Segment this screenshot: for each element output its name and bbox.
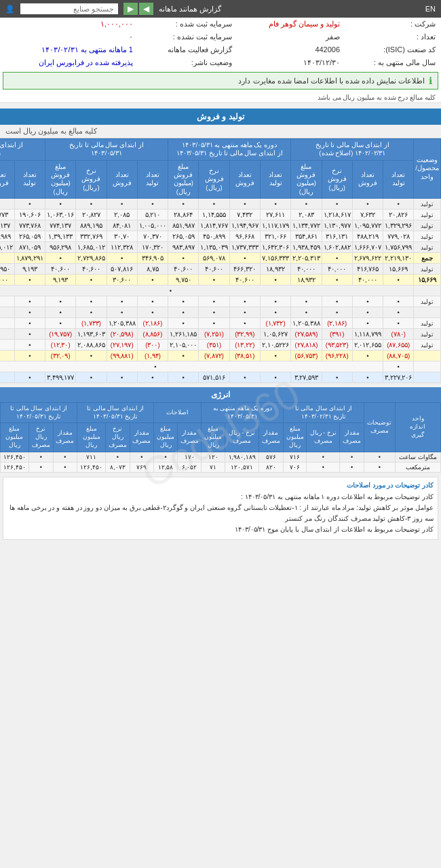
prod3: ۵,۲۱۰: [137, 210, 168, 220]
energy-section-header: انرژی: [0, 387, 441, 402]
cell: •: [168, 307, 199, 318]
cell: •: [14, 329, 45, 340]
cell: •: [229, 296, 260, 307]
nav-arrows[interactable]: ◀ ▶: [123, 3, 153, 15]
cell: (۳۲,۹۹): [229, 329, 260, 340]
val: •: [0, 372, 14, 383]
status-cell: تولید: [414, 329, 441, 340]
status-cell: تولید: [414, 296, 441, 307]
info-banner: ℹ اطلاعات نمایش داده شده با اطلاعات امضا…: [3, 72, 438, 90]
val: ۳,۴۹۹,۱۷۷: [45, 372, 75, 383]
capital-label: سرمایه ثبت شده :: [138, 18, 237, 31]
table-row: •: [0, 285, 441, 296]
prod3: ۱,۰۰۵,۰۰۰: [137, 220, 168, 231]
subtotal-val: •: [107, 253, 137, 264]
subtotal-val: •: [168, 253, 199, 264]
cell: ۱,۲۶۱,۱۸۵: [168, 329, 199, 340]
cell: (۱۹,۷۵۷): [45, 329, 75, 340]
sp3: ۱,۶۸۵,۰۱۲: [76, 242, 107, 253]
cell: •: [199, 296, 229, 307]
prod4: •: [14, 199, 45, 210]
desc-cell: •: [364, 462, 395, 472]
cell: ۱,۲۰۵,۳۸۸: [107, 318, 137, 329]
report-label: گزارش همانند ماهانه: [159, 5, 221, 14]
energy-table: واحداندازهگیری توضیحاتمصرف از ابتدای سال…: [0, 402, 441, 472]
fy-group-header: از ابتدای سال مالی تاتاریخ ۱۴۰۳/۰۵/۳۱: [77, 403, 154, 423]
fy-price-hdr: نرخریالمصرف: [105, 423, 130, 452]
val: •: [14, 351, 45, 361]
fy-qty-cell: ۷۶۹: [130, 462, 154, 472]
status-cell: تولید: [414, 242, 441, 253]
production-subtitle: کلیه مبالغ به میلیون ریال است: [0, 125, 441, 138]
sp3: ۲۰,۸۲۷: [76, 210, 107, 220]
sqty3: ۳۰,۷۰: [107, 231, 137, 242]
sa2: ۹۸۳,۸۹۷: [168, 242, 199, 253]
val: ۳,۲۷,۵۹۳: [291, 372, 322, 383]
status-cell: تولید: [414, 318, 441, 329]
cell: •: [168, 296, 199, 307]
hdr-sp1: نرخفروش(ریال): [322, 160, 352, 198]
hdr-prod3: تعدادتولید: [137, 160, 168, 198]
table-row: تولید • • (۲,۱۸۶) ۱,۲۰۵,۳۸۸ (۱,۷۳۲) • • …: [0, 318, 441, 329]
cell: •: [0, 329, 14, 340]
table-row: تولید ۱,۷۵۶,۷۹۹ ۱,۶۶۶,۷۰۷ ۱,۶۰۲,۸۸۲ ۱,۹۳…: [0, 242, 441, 253]
cell: ۲,۰۱۲,۶۵۵: [352, 340, 383, 351]
notes-content: کادر توضیحات مربوط به اطلاعات دوره ۱ ماه…: [7, 492, 434, 535]
cell: •: [352, 318, 383, 329]
prod4: ۲۶۵,۰۵۹: [14, 231, 45, 242]
subtotal-val: ۳۴۶,۹۰۵: [137, 253, 168, 264]
cell: ۲,۱۰,۵۲۲۶: [260, 340, 290, 351]
sa2: •: [168, 199, 199, 210]
capital-change-value: ۰: [0, 31, 138, 43]
prod2: ۱,۱۱۷,۱۷۹: [260, 220, 290, 231]
nav-back-button[interactable]: ◀: [139, 3, 153, 15]
sa1: ۲,۰۸۳: [291, 210, 322, 220]
subtotal-val: ۷,۱۵۶,۳۳۳: [260, 253, 290, 264]
cell: •: [14, 318, 45, 329]
cell: ۲,۰۸۸,۸۶۵: [76, 340, 107, 351]
hdr-sqty1: تعدادفروش: [352, 160, 383, 198]
publisher-label: وضعیت ناشر:: [138, 56, 237, 69]
energy-row: مترمکعب • • • ۷۰۶ ۸۲۰ ۱۲۰,۵۷۱ ۷۱ ۶,۰۵۲ ۱…: [1, 462, 441, 472]
hdr-sa2: مبلغفروش(میلیونریال): [168, 160, 199, 198]
val: •: [383, 275, 414, 285]
subtotal-val: ۲,۷۲۹,۸۶۵: [76, 253, 107, 264]
sp2: ۱,۱۳۵,۰۳۹: [199, 242, 229, 253]
company-info-section: شرکت : تولید و سیمان گوهر فام سرمایه ثبت…: [0, 18, 441, 103]
val: •: [260, 275, 290, 285]
cell: •: [45, 307, 75, 318]
prev-group-header: از ابتدای سال مالی تاتاریخ ۱۴۰۲/۰۵/۳۱: [1, 403, 77, 423]
sqty3: ۲,۰۸۵: [107, 210, 137, 220]
val: •: [352, 372, 383, 383]
sa3: ۷۷۴,۱۳۷: [45, 220, 75, 231]
cor-qty-cell: ۱۷۰: [177, 452, 202, 462]
report-count: 1 ماهانه: [109, 45, 133, 54]
fy-qty-hdr: مقدارمصرف: [130, 423, 154, 452]
sqty4: ۱۷,۷۷۳: [0, 210, 14, 220]
cell: ۹,۱۹۳: [14, 264, 45, 275]
val: •: [168, 372, 199, 383]
sa1: •: [291, 199, 322, 210]
sqty4: ۷۶۷,۱۳۷: [0, 220, 14, 231]
sp2: ۱,۸۱۴,۷۶۷: [199, 220, 229, 231]
cell: •: [107, 296, 137, 307]
p-qty-cell: ۵۷۶: [259, 452, 284, 462]
search-input[interactable]: [20, 3, 118, 14]
val: ۳۰,۶۰۰: [107, 275, 137, 285]
table-row: تولید • • • • • • • • • • • • • • • •: [0, 296, 441, 307]
fy-qty-cell: •: [130, 452, 154, 462]
symbol-value: 442006: [237, 43, 345, 56]
cell: ۴۰,۶۰۰: [168, 264, 199, 275]
subtotal-row3: (۸۸,۷۰۵) • (۹۶,۲۲۸) (۵۶,۷۵۳) • (۳۸,۵۱) (…: [0, 351, 441, 361]
fy-price-cell: •: [105, 452, 130, 462]
val: •: [260, 372, 290, 383]
subtotal-val: •: [322, 253, 352, 264]
fs-amt-cell: ۷۱۶: [283, 452, 307, 462]
production-table: وضعیتمحصول/واحد از ابتدای سال مالی تا تا…: [0, 138, 441, 383]
fs-qty-cell: •: [340, 462, 364, 472]
status-cell: تولید: [414, 264, 441, 275]
nav-forward-button[interactable]: ▶: [123, 3, 138, 15]
sa3: ۹۵۶,۲۹۸: [45, 242, 75, 253]
cell: •: [45, 318, 75, 329]
sqty1: ۴۸۸,۲۱۹: [352, 231, 383, 242]
